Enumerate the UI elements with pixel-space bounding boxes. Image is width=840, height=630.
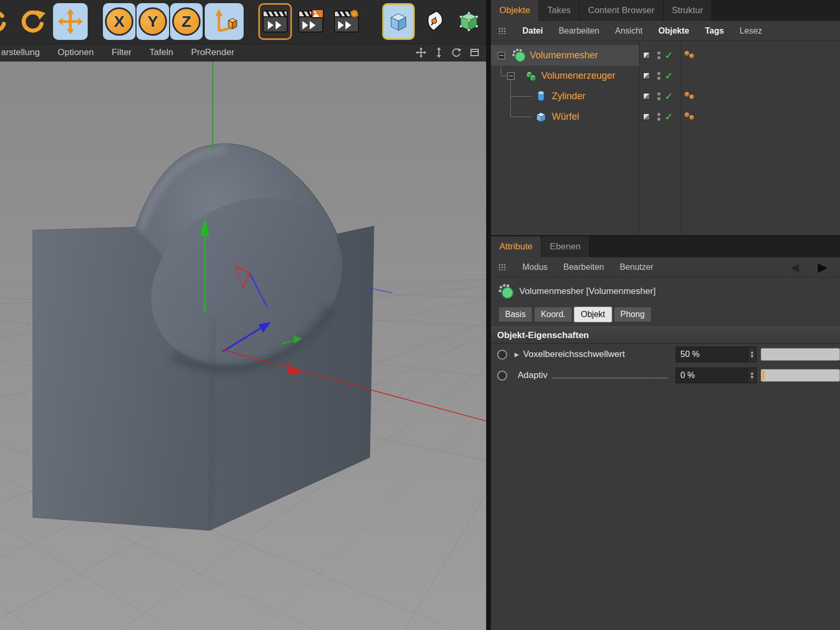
object-name-volumenmesher[interactable]: Volumenmesher bbox=[530, 45, 598, 66]
viewport-canvas[interactable] bbox=[0, 61, 486, 630]
render-picture-viewer-icon bbox=[297, 9, 324, 34]
layer-swatch[interactable] bbox=[643, 113, 650, 120]
lock-z-axis-button[interactable]: Z bbox=[170, 3, 203, 40]
material-tag-dots[interactable] bbox=[684, 111, 696, 122]
menu-tags[interactable]: Tags bbox=[705, 26, 724, 36]
enabled-check-icon[interactable]: ✓ bbox=[665, 107, 673, 127]
tab-attribute[interactable]: Attribute bbox=[491, 236, 541, 257]
add-cube-primitive-button[interactable] bbox=[382, 3, 415, 40]
menu-ansicht[interactable]: Ansicht bbox=[615, 26, 643, 36]
panel-grip-icon[interactable] bbox=[498, 27, 507, 34]
coordinate-system-button[interactable] bbox=[205, 3, 244, 40]
lock-x-axis-button[interactable]: X bbox=[103, 3, 135, 40]
menu-lesezeichen[interactable]: Lesez bbox=[740, 26, 762, 36]
menu-datei[interactable]: Datei bbox=[522, 26, 543, 36]
tab-objekt[interactable]: Objekt bbox=[574, 307, 612, 322]
render-settings-button[interactable] bbox=[330, 3, 363, 40]
render-view-icon bbox=[261, 9, 289, 34]
menu-modus[interactable]: Modus bbox=[522, 262, 548, 272]
expand-toggle[interactable]: − bbox=[498, 52, 505, 59]
menu-bearbeiten-am[interactable]: Bearbeiten bbox=[563, 262, 604, 272]
render-settings-icon bbox=[333, 9, 360, 34]
object-manager-menubar: Datei Bearbeiten Ansicht Objekte Tags Le… bbox=[491, 21, 840, 41]
voxel-threshold-value[interactable]: 50 % bbox=[676, 347, 748, 362]
y-axis-icon: Y bbox=[139, 7, 167, 36]
tab-takes[interactable]: Takes bbox=[539, 0, 580, 21]
history-navigation: ◀ ▶ bbox=[791, 260, 840, 275]
menu-filter[interactable]: Filter bbox=[103, 47, 141, 58]
menu-optionen[interactable]: Optionen bbox=[49, 47, 103, 58]
material-tag-dots[interactable] bbox=[684, 49, 696, 61]
menu-darstellung[interactable]: arstellung bbox=[0, 47, 49, 58]
material-tag-dots[interactable] bbox=[684, 90, 696, 102]
tab-objekte[interactable]: Objekte bbox=[491, 0, 539, 21]
spinner[interactable]: ▲ ▼ bbox=[748, 347, 756, 362]
object-manager: Objekte Takes Content Browser Struktur D… bbox=[491, 0, 840, 235]
zoom-view-icon[interactable] bbox=[434, 47, 444, 58]
enabled-check-icon[interactable]: ✓ bbox=[665, 86, 673, 107]
layer-swatch[interactable] bbox=[643, 72, 650, 79]
tab-content-browser[interactable]: Content Browser bbox=[580, 0, 664, 21]
tab-basis[interactable]: Basis bbox=[498, 307, 532, 322]
layer-swatch[interactable] bbox=[643, 52, 650, 59]
visibility-dots[interactable] bbox=[657, 113, 660, 122]
voxel-threshold-field[interactable]: 50 % ▲ ▼ bbox=[676, 346, 757, 362]
spinner-down-icon[interactable]: ▼ bbox=[751, 354, 753, 359]
adaptiv-field[interactable]: 0 % ▲ ▼ bbox=[676, 368, 757, 383]
rotate-tool-button[interactable] bbox=[16, 3, 50, 40]
object-name-wuerfel[interactable]: Würfel bbox=[552, 107, 579, 127]
keyframe-radio[interactable] bbox=[497, 371, 507, 381]
enabled-check-icon[interactable]: ✓ bbox=[665, 45, 673, 66]
menu-benutzer[interactable]: Benutzer bbox=[620, 262, 653, 272]
tab-struktur[interactable]: Struktur bbox=[664, 0, 712, 21]
spline-pen-icon bbox=[420, 8, 446, 35]
pan-view-icon[interactable] bbox=[416, 47, 426, 58]
spinner-up-icon[interactable]: ▲ bbox=[751, 371, 753, 375]
menu-tafeln[interactable]: Tafeln bbox=[141, 47, 182, 58]
object-name-zylinder[interactable]: Zylinder bbox=[552, 86, 585, 107]
menu-prorender[interactable]: ProRender bbox=[182, 47, 243, 58]
spline-pen-button[interactable] bbox=[417, 3, 449, 40]
enabled-check-icon[interactable]: ✓ bbox=[665, 66, 673, 86]
lock-y-axis-button[interactable]: Y bbox=[136, 3, 169, 40]
tab-koord[interactable]: Koord. bbox=[534, 307, 572, 322]
spinner-up-icon[interactable]: ▲ bbox=[751, 350, 753, 354]
subdivision-surface-button[interactable] bbox=[453, 3, 485, 40]
voxel-threshold-slider[interactable] bbox=[761, 348, 840, 361]
visibility-dots[interactable] bbox=[657, 51, 660, 61]
tab-ebenen[interactable]: Ebenen bbox=[541, 236, 590, 257]
render-picture-viewer-button[interactable] bbox=[294, 3, 328, 40]
main-toolbar: X Y Z bbox=[0, 0, 486, 44]
spinner-down-icon[interactable]: ▼ bbox=[751, 375, 753, 380]
adaptiv-value[interactable]: 0 % bbox=[676, 368, 748, 383]
visibility-dots[interactable] bbox=[657, 72, 660, 81]
scale-tool-button[interactable] bbox=[0, 3, 14, 40]
history-forward-icon[interactable]: ▶ bbox=[818, 260, 827, 275]
expand-toggle[interactable]: − bbox=[507, 72, 514, 80]
render-view-button[interactable] bbox=[258, 3, 292, 40]
table-row: − Volumenerzeuger ✓ bbox=[491, 66, 840, 86]
keyframe-radio[interactable] bbox=[497, 350, 507, 360]
spinner[interactable]: ▲ ▼ bbox=[748, 368, 756, 383]
volume-builder-icon bbox=[523, 69, 538, 83]
rotate-view-icon[interactable] bbox=[452, 47, 462, 58]
viewport-3d[interactable] bbox=[0, 61, 486, 630]
menu-bearbeiten[interactable]: Bearbeiten bbox=[559, 26, 599, 36]
expander-icon[interactable]: ▶ bbox=[514, 351, 519, 358]
toggle-view-icon[interactable] bbox=[469, 47, 480, 58]
tab-phong[interactable]: Phong bbox=[614, 307, 652, 322]
group-header-objekt-eigenschaften[interactable]: Objekt-Eigenschaften bbox=[491, 327, 840, 344]
history-back-icon[interactable]: ◀ bbox=[791, 261, 799, 274]
cinema4d-window: X Y Z bbox=[0, 0, 840, 630]
volume-mesher-icon bbox=[512, 48, 526, 62]
panel-grip-icon[interactable] bbox=[498, 264, 507, 270]
viewport-menubar: arstellung Optionen Filter Tafeln ProRen… bbox=[0, 44, 486, 61]
adaptiv-slider[interactable] bbox=[761, 369, 840, 382]
object-name-volumenerzeuger[interactable]: Volumenerzeuger bbox=[541, 66, 615, 86]
visibility-dots[interactable] bbox=[657, 92, 660, 102]
layer-swatch[interactable] bbox=[643, 93, 650, 100]
rotate-tool-icon bbox=[19, 8, 47, 35]
move-tool-button[interactable] bbox=[53, 3, 88, 40]
menu-objekte[interactable]: Objekte bbox=[658, 26, 689, 36]
move-tool-icon bbox=[57, 8, 83, 35]
